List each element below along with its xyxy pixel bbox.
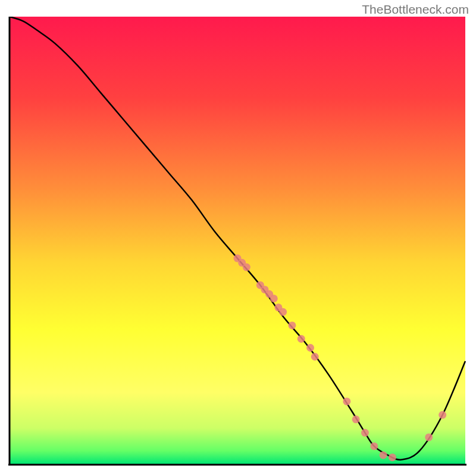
gradient-background: [10, 17, 465, 464]
data-point: [361, 429, 369, 437]
chart-svg: [8, 17, 466, 466]
data-point: [343, 397, 350, 405]
data-point: [298, 335, 305, 343]
data-point: [439, 411, 446, 419]
data-point: [311, 353, 319, 361]
data-point: [306, 344, 314, 352]
watermark-text: TheBottleneck.com: [362, 2, 469, 17]
chart-container: [8, 17, 466, 466]
data-point: [389, 453, 396, 461]
data-point: [425, 433, 433, 441]
data-point: [288, 321, 296, 329]
data-point: [380, 451, 387, 459]
data-point: [270, 295, 278, 302]
data-point: [370, 442, 378, 450]
data-point: [352, 415, 360, 423]
data-point: [279, 308, 287, 316]
data-point: [243, 264, 250, 271]
